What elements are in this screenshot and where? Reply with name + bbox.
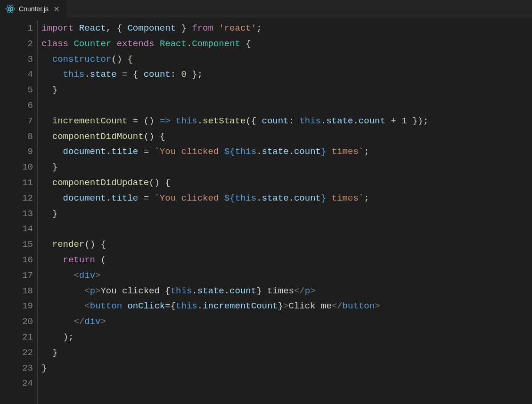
token: } — [41, 85, 57, 95]
code-line[interactable]: } — [41, 82, 428, 98]
code-line[interactable]: <p>You clicked {this.state.count} times<… — [41, 283, 428, 299]
token: . — [321, 116, 326, 126]
token: times — [262, 286, 294, 296]
token: times` — [326, 193, 364, 203]
code-line[interactable]: } — [41, 206, 428, 222]
token: times` — [326, 146, 364, 157]
code-line[interactable]: <div> — [41, 268, 428, 283]
token: count — [359, 116, 385, 126]
token: state — [262, 146, 289, 157]
line-number: 24 — [0, 376, 33, 391]
editor-tab-active[interactable]: Counter.js — [0, 0, 66, 18]
code-line[interactable]: this.state = { count: 0 }; — [41, 67, 428, 82]
token: }; — [187, 69, 203, 80]
token: count — [294, 193, 321, 203]
code-line[interactable]: return ( — [41, 252, 428, 268]
code-line[interactable]: componentDidUpdate() { — [41, 175, 428, 191]
token: </ — [332, 301, 343, 311]
token: incrementCount — [203, 301, 278, 311]
line-number: 11 — [0, 175, 33, 191]
close-icon[interactable] — [52, 5, 61, 13]
code-line[interactable]: render() { — [41, 237, 428, 252]
token: title — [111, 193, 138, 203]
token: class — [41, 39, 68, 49]
token: button — [90, 301, 122, 311]
token: state — [326, 116, 353, 126]
token — [41, 54, 52, 65]
token: 0 — [181, 69, 187, 80]
token: </ — [294, 286, 305, 296]
line-number: 18 — [0, 283, 33, 299]
token — [171, 116, 176, 126]
code-area[interactable]: import React, { Component } from 'react'… — [33, 21, 428, 404]
line-number: 8 — [0, 129, 33, 145]
token: incrementCount — [52, 116, 128, 126]
code-line[interactable]: import React, { Component } from 'react'… — [41, 21, 428, 36]
code-line[interactable] — [41, 221, 428, 237]
code-line[interactable]: ); — [41, 330, 428, 345]
code-line[interactable]: } — [41, 361, 428, 376]
token: } — [256, 286, 262, 296]
code-line[interactable]: } — [41, 345, 428, 361]
code-line[interactable]: <button onClick={this.incrementCount}>Cl… — [41, 299, 428, 314]
token: . — [192, 286, 197, 296]
code-line[interactable]: constructor() { — [41, 52, 428, 67]
token: . — [289, 193, 294, 203]
token: You clicked — [100, 286, 165, 296]
token — [41, 286, 84, 296]
token: > — [310, 286, 315, 296]
code-line[interactable]: componentDidMount() { — [41, 129, 428, 145]
token — [74, 23, 79, 33]
code-line[interactable]: class Counter extends React.Component { — [41, 36, 428, 52]
token — [41, 301, 84, 311]
token: < — [84, 286, 90, 296]
token: `You clicked — [154, 146, 224, 157]
token: count — [144, 69, 171, 80]
line-number: 21 — [0, 330, 33, 345]
token: } — [41, 209, 57, 219]
token: = — [144, 146, 149, 157]
token: . — [84, 69, 90, 80]
code-line[interactable] — [41, 98, 428, 113]
code-line[interactable] — [41, 376, 428, 391]
line-number: 5 — [0, 82, 33, 98]
token: Component — [127, 23, 176, 33]
token: . — [106, 146, 111, 157]
code-line[interactable]: } — [41, 160, 428, 175]
token: { — [171, 301, 176, 311]
line-number: 14 — [0, 221, 33, 237]
token: ); — [41, 332, 74, 342]
token: 1 — [401, 116, 407, 126]
line-number: 15 — [0, 237, 33, 252]
token — [41, 239, 52, 250]
token: state — [262, 193, 289, 203]
token: } — [321, 146, 326, 157]
token: : — [171, 69, 181, 80]
token: from — [192, 23, 213, 33]
token — [385, 116, 391, 126]
tab-filename: Counter.js — [19, 5, 49, 13]
code-line[interactable]: document.title = `You clicked ${this.sta… — [41, 191, 428, 206]
token: > — [95, 286, 100, 296]
token — [41, 316, 74, 327]
token: } — [321, 193, 326, 203]
code-line[interactable]: document.title = `You clicked ${this.sta… — [41, 144, 428, 160]
code-line[interactable]: </div> — [41, 314, 428, 330]
code-editor[interactable]: 123456789101112131415161718192021222324 … — [0, 18, 532, 404]
token: ; — [364, 193, 369, 203]
token: . — [197, 301, 203, 311]
token: </ — [74, 316, 84, 327]
token: ({ — [246, 116, 262, 126]
token: { — [165, 286, 170, 296]
token: state — [197, 286, 224, 296]
line-number: 13 — [0, 206, 33, 222]
token: ${ — [224, 146, 235, 157]
token — [41, 255, 63, 265]
token: < — [74, 270, 79, 281]
code-line[interactable]: incrementCount = () => this.setState({ c… — [41, 113, 428, 129]
token: this — [299, 116, 321, 126]
token — [149, 146, 154, 157]
token: > — [100, 316, 106, 327]
token: ${ — [224, 193, 235, 203]
token: this — [235, 193, 257, 203]
